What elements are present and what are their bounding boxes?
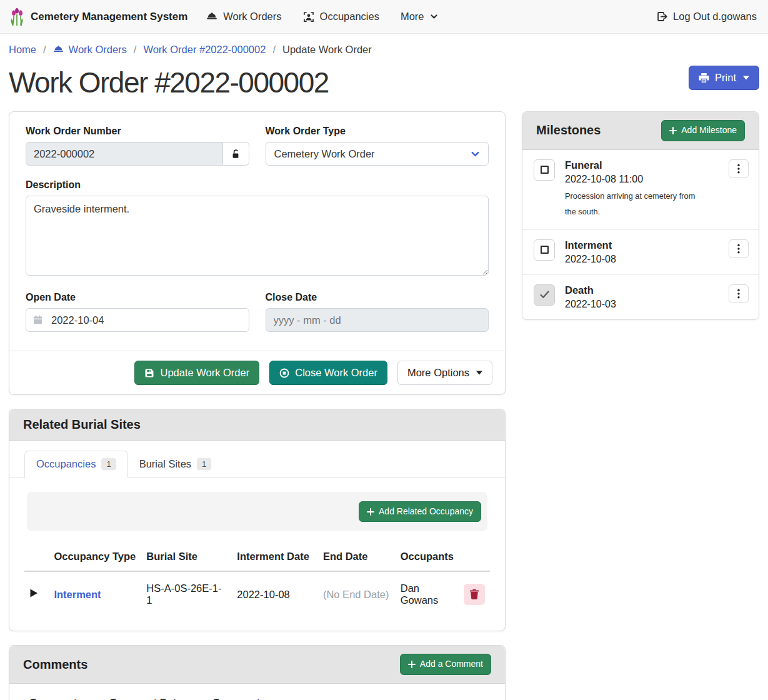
unlock-button[interactable] (223, 142, 249, 166)
nav-item-more[interactable]: More (401, 11, 438, 22)
related-burial-sites-title: Related Burial Sites (23, 418, 141, 432)
work-order-number-label: Work Order Number (26, 126, 249, 137)
work-order-number-input (26, 142, 223, 166)
breadcrumb-label: Work Orders (69, 44, 127, 56)
app-brand[interactable]: Cemetery Management System (9, 8, 187, 26)
kebab-icon (737, 164, 740, 174)
tab-count-badge: 1 (197, 458, 211, 470)
milestone-checkbox[interactable] (534, 159, 555, 181)
milestone-date: 2022-10-08 11:00 (565, 174, 706, 185)
column-header: Comment Date (104, 689, 207, 700)
close-date-label: Close Date (266, 292, 489, 303)
related-tabs: Occupancies 1 Burial Sites 1 (9, 441, 505, 478)
milestone-date: 2022-10-03 (565, 299, 616, 310)
hard-hat-icon (53, 44, 64, 55)
expand-row-button[interactable] (29, 588, 38, 598)
close-date-input[interactable] (266, 308, 489, 332)
milestone-name: Interment (565, 239, 616, 251)
unlock-icon (231, 149, 241, 159)
add-related-occupancy-button[interactable]: Add Related Occupancy (359, 501, 481, 522)
milestone-menu-button[interactable] (729, 159, 749, 178)
caret-down-icon (743, 76, 749, 80)
logout-button[interactable]: Log Out d.gowans (657, 11, 757, 22)
actions-column-header (459, 542, 490, 571)
column-header: Comment (207, 689, 406, 700)
column-header: Burial Site (141, 542, 232, 571)
work-order-type-value: Cemetery Work Order (274, 148, 375, 160)
breadcrumb: Home / Work Orders / Work Order #2022-00… (9, 34, 759, 62)
column-header: End Date (318, 542, 396, 571)
tab-label: Occupancies (36, 458, 96, 470)
add-milestone-button[interactable]: Add Milestone (661, 120, 745, 141)
description-label: Description (26, 179, 489, 191)
comments-title: Comments (23, 658, 87, 672)
milestones-title: Milestones (536, 123, 601, 138)
milestone-name: Funeral (565, 159, 706, 171)
delete-occupancy-button[interactable] (464, 584, 485, 605)
column-header: Occupants (396, 542, 459, 571)
table-row: Interment HS-A-0S-26E-1-1 2022-10-08 (No… (24, 571, 490, 617)
nav-item-occupancies[interactable]: Occupancies (303, 11, 379, 22)
milestone-checkbox[interactable] (534, 239, 555, 261)
print-button[interactable]: Print (689, 66, 759, 90)
milestone-checkbox[interactable] (534, 284, 555, 306)
column-header: Commentor (24, 689, 104, 700)
update-work-order-button[interactable]: Update Work Order (134, 361, 259, 385)
logout-icon (657, 11, 667, 22)
play-icon (29, 588, 38, 598)
breadcrumb-work-order-number[interactable]: Work Order #2022-000002 (143, 44, 266, 56)
logout-label: Log Out d.gowans (673, 11, 757, 22)
tab-count-badge: 1 (101, 458, 116, 470)
comments-table: Commentor Comment Date Comment d.gowans … (24, 689, 490, 700)
occupancies-toolbar: Add Related Occupancy (27, 492, 487, 532)
add-comment-button[interactable]: Add a Comment (400, 654, 491, 675)
actions-column-header (406, 689, 490, 700)
trash-icon (470, 589, 479, 599)
plus-icon (408, 661, 416, 668)
expand-column-header (24, 542, 49, 571)
work-order-type-select[interactable]: Cemetery Work Order (266, 142, 489, 166)
milestone-name: Death (565, 284, 616, 296)
stop-circle-icon (279, 368, 289, 378)
plus-icon (669, 127, 677, 134)
brand-label: Cemetery Management System (31, 11, 187, 23)
top-navbar: Cemetery Management System Work Orders (0, 0, 768, 34)
calendar-icon (33, 314, 42, 328)
tulip-logo-icon (9, 8, 25, 26)
nav-item-label: More (401, 11, 424, 22)
milestones-card: Milestones Add Milestone Funeral 2022-10… (522, 111, 759, 319)
checkbox-empty-icon (541, 246, 549, 254)
breadcrumb-separator: / (272, 44, 276, 56)
open-date-input[interactable] (26, 308, 249, 332)
page-title: Work Order #2022-000002 (9, 66, 329, 100)
person-bounding-box-icon (303, 11, 314, 22)
column-header: Interment Date (232, 542, 318, 571)
hard-hat-icon (206, 11, 217, 22)
milestone-menu-button[interactable] (729, 284, 749, 303)
occupancy-type-link[interactable]: Interment (54, 589, 101, 600)
add-related-occupancy-label: Add Related Occupancy (379, 506, 473, 518)
breadcrumb-home[interactable]: Home (9, 44, 36, 56)
add-comment-label: Add a Comment (420, 659, 483, 670)
tab-burial-sites[interactable]: Burial Sites 1 (128, 451, 223, 478)
chevron-down-icon (430, 12, 438, 21)
more-options-label: More Options (407, 366, 469, 379)
tab-occupancies[interactable]: Occupancies 1 (24, 451, 128, 478)
caret-down-icon (476, 371, 482, 375)
add-milestone-label: Add Milestone (681, 125, 737, 136)
close-work-order-button[interactable]: Close Work Order (269, 361, 387, 385)
save-icon (144, 368, 154, 378)
nav-item-work-orders[interactable]: Work Orders (206, 11, 281, 22)
more-options-button[interactable]: More Options (397, 361, 492, 385)
milestone-menu-button[interactable] (729, 239, 749, 258)
printer-icon (699, 72, 709, 83)
checkmark-icon (540, 291, 549, 299)
plus-icon (367, 508, 374, 516)
breadcrumb-work-orders[interactable]: Work Orders (53, 44, 127, 56)
checkbox-empty-icon (541, 166, 549, 174)
nav-item-label: Work Orders (223, 11, 281, 22)
work-order-type-label: Work Order Type (266, 126, 489, 137)
description-textarea[interactable]: Graveside interment. (26, 196, 489, 276)
breadcrumb-label: Update Work Order (282, 44, 372, 56)
kebab-icon (737, 244, 740, 254)
